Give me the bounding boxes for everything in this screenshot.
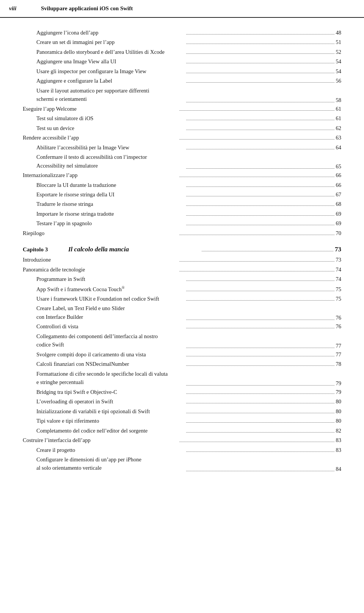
toc-entry-text: Controllori di vista xyxy=(36,322,185,331)
toc-entry-text: Calcoli finanziari con NSDecimalNumber xyxy=(36,360,185,368)
toc-dots xyxy=(186,53,334,54)
toc-dots xyxy=(186,422,334,423)
toc-page-number: 83 xyxy=(336,446,342,454)
chapter-3-heading: Capitolo 3 Il calcolo della mancia 73 xyxy=(23,246,341,253)
toc-page-number: 51 xyxy=(336,38,342,46)
toc-entry-text: Internazionalizzare l’app xyxy=(23,171,178,179)
toc-dots xyxy=(186,452,334,452)
toc-text-line2: e stringhe percentuali xyxy=(36,378,185,386)
toc-page-number: 52 xyxy=(336,48,342,56)
toc-entry: Abilitare l’accessibilità per la Image V… xyxy=(23,143,341,152)
toc-entry: Programmare in Swift 74 xyxy=(23,275,341,283)
toc-dots xyxy=(186,120,334,120)
toc-dots xyxy=(179,442,334,442)
toc-dots xyxy=(179,139,334,140)
toc-page-number: 80 xyxy=(336,417,342,425)
toc-entry-multiline: Formattazione di cifre secondo le specif… xyxy=(23,370,341,387)
toc-text-line1: Formattazione di cifre secondo le specif… xyxy=(36,370,185,378)
toc-entry-text: Completamento del codice nell’editor del… xyxy=(36,426,185,435)
toc-page-number: 48 xyxy=(336,28,342,37)
toc-page-number: 77 xyxy=(336,350,342,359)
toc-dots xyxy=(186,205,334,206)
toc-dots xyxy=(179,261,334,262)
toc-page-number: 75 xyxy=(336,285,342,293)
toc-entry-text-block: Confermare il testo di accessibilità con… xyxy=(36,153,185,170)
toc-page-number: 70 xyxy=(336,229,342,237)
toc-page-number: 64 xyxy=(336,143,342,152)
toc-entry-text: Tradurre le risorse stringa xyxy=(36,200,185,208)
toc-entry: Completamento del codice nell’editor del… xyxy=(23,426,341,435)
toc-page-number: 79 xyxy=(336,380,342,387)
toc-page-number: 84 xyxy=(336,466,342,472)
toc-dots xyxy=(179,235,334,235)
toc-page-number: 83 xyxy=(336,436,342,444)
toc-entry-text: Tipi valore e tipi riferimento xyxy=(36,417,185,425)
page: viii Sviluppare applicazioni iOS con Swi… xyxy=(0,0,364,613)
toc-entry: Tipi valore e tipi riferimento 80 xyxy=(23,417,341,425)
toc-entry-text: Bloccare la UI durante la traduzione xyxy=(36,181,185,189)
toc-entry-multiline: Configurare le dimensioni di un’app per … xyxy=(23,455,341,472)
toc-entry-text: Programmare in Swift xyxy=(36,275,185,283)
toc-entry: Eseguire l’app Welcome 61 xyxy=(23,105,341,113)
toc-entry-text: Importare le risorse stringa tradotte xyxy=(36,210,185,218)
toc-dots xyxy=(186,328,334,328)
toc-entry-text: Inizializzazione di variabili e tipi opz… xyxy=(36,407,185,415)
toc-entry: Creare il progetto 83 xyxy=(23,446,341,454)
toc-page-number: 61 xyxy=(336,114,342,122)
toc-entry-text: Creare un set di immagini per l’app xyxy=(36,38,185,46)
toc-entry: Aggiungere una Image View alla UI 54 xyxy=(23,57,341,66)
toc-entry: Costruire l’interfaccia dell’app 83 xyxy=(23,436,341,444)
toc-entry: Panoramica dello storyboard e dell’area … xyxy=(23,48,341,56)
toc-entry-multiline: Usare il layout automatico per supportar… xyxy=(23,86,341,103)
toc-page-number: 66 xyxy=(336,171,342,179)
toc-page-number: 80 xyxy=(336,397,342,406)
toc-page-number: 68 xyxy=(336,200,342,208)
toc-entry-multiline: Creare Label, un Text Field e uno Slider… xyxy=(23,304,341,321)
toc-dots xyxy=(186,34,334,34)
toc-dots xyxy=(186,130,334,130)
toc-entry: Test su un device 62 xyxy=(23,124,341,132)
page-header: viii Sviluppare applicazioni iOS con Swi… xyxy=(0,0,364,18)
toc-page-number: 75 xyxy=(336,295,342,303)
toc-page-number: 61 xyxy=(336,105,342,113)
toc-page-number: 79 xyxy=(336,388,342,396)
toc-entry: Introduzione 73 xyxy=(23,256,341,264)
toc-entry-text-block: Configurare le dimensioni di un’app per … xyxy=(36,455,185,472)
toc-dots xyxy=(186,225,334,225)
toc-page-number: 76 xyxy=(336,322,342,331)
toc-page-number: 66 xyxy=(336,181,342,189)
toc-entry-text: Creare il progetto xyxy=(36,446,185,454)
toc-entry: Bloccare la UI durante la traduzione 66 xyxy=(23,181,341,189)
toc-entry-text: Eseguire l’app Welcome xyxy=(23,105,178,113)
toc-entry: Calcoli finanziari con NSDecimalNumber 7… xyxy=(23,360,341,368)
toc-page-number: 73 xyxy=(336,256,342,264)
toc-dots xyxy=(186,149,334,149)
toc-entry-text: Usare i framework UIKit e Foundation nel… xyxy=(36,295,185,303)
toc-page-number: 76 xyxy=(336,315,342,321)
toc-page-number: 69 xyxy=(336,210,342,218)
toc-content: Aggiungere l’icona dell’app 48 Creare un… xyxy=(0,18,364,484)
chapter-title: Il calcolo della mancia xyxy=(68,246,200,253)
toc-text-line2: al solo orientamento verticale xyxy=(36,464,185,472)
toc-dots xyxy=(186,300,334,301)
toc-dots xyxy=(186,187,334,187)
toc-dots xyxy=(186,320,334,320)
toc-dots xyxy=(186,385,334,386)
toc-entry-text: Introduzione xyxy=(23,256,178,264)
toc-page-number: 78 xyxy=(336,360,342,368)
toc-entry-multiline: Collegamento dei componenti dell’interfa… xyxy=(23,332,341,349)
toc-entry: Test sul simulatore di iOS 61 xyxy=(23,114,341,122)
toc-page-number: 80 xyxy=(336,407,342,415)
toc-entry: Importare le risorse stringa tradotte 69 xyxy=(23,210,341,218)
toc-entry-text: L’overloading di operatori in Swift xyxy=(36,397,185,406)
toc-entry: L’overloading di operatori in Swift 80 xyxy=(23,397,341,406)
toc-page-number: 63 xyxy=(336,133,342,142)
toc-entry: Panoramica delle tecnologie 74 xyxy=(23,265,341,274)
toc-entry-text: Bridging tra tipi Swift e Objective-C xyxy=(36,388,185,396)
toc-dots xyxy=(186,102,334,102)
toc-dots xyxy=(179,271,334,271)
toc-text-line2: Accessibility nel simulatore xyxy=(36,161,185,170)
chapter-dots xyxy=(202,251,334,251)
toc-page-number: 56 xyxy=(336,77,342,85)
toc-entry-multiline: Confermare il testo di accessibilità con… xyxy=(23,153,341,170)
